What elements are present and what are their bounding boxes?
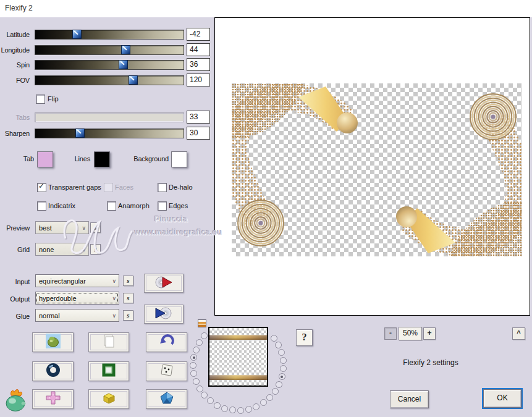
input-select-label: Input — [0, 278, 30, 285]
longitude-value[interactable]: 44 — [187, 43, 210, 56]
transparent-gaps-label: Transparent gaps — [48, 183, 101, 191]
sharpen-slider[interactable] — [35, 128, 184, 138]
grid-s-button[interactable]: s — [90, 244, 101, 255]
chevron-down-icon: ∨ — [112, 310, 116, 322]
preset-dial-dot[interactable] — [280, 357, 287, 364]
ring-icon — [46, 363, 61, 380]
glue-select-value: normal — [39, 312, 60, 319]
help-button[interactable]: ? — [296, 329, 313, 346]
preset-dial-dot[interactable] — [276, 381, 282, 388]
zoom-out-button[interactable]: - — [384, 327, 397, 340]
longitude-slider[interactable] — [35, 45, 184, 55]
input-select-value: equirectangular — [39, 277, 86, 285]
chevron-down-icon: ∨ — [112, 292, 116, 305]
glue-select-label: Glue — [0, 313, 30, 320]
ring-button[interactable] — [32, 361, 74, 381]
transparent-gaps-checkbox[interactable] — [37, 183, 46, 192]
fov-slider-thumb[interactable] — [129, 75, 138, 85]
frame-button[interactable] — [88, 361, 129, 381]
box-button[interactable] — [88, 389, 129, 409]
preview-s-button[interactable]: s — [90, 222, 101, 233]
crystal-button[interactable] — [146, 389, 187, 409]
copy-button[interactable] — [88, 332, 129, 352]
pink-cross-icon — [45, 390, 61, 408]
zoom-in-button[interactable]: + — [423, 327, 436, 340]
collapse-button[interactable]: ^ — [512, 327, 525, 340]
tabs-value[interactable]: 33 — [187, 111, 210, 124]
output-s-button[interactable]: s — [123, 293, 133, 303]
anamorph-label: Anamorph — [118, 202, 150, 209]
green-frame-icon — [102, 363, 116, 379]
preset-dial-dot[interactable] — [201, 332, 208, 339]
latitude-slider-thumb[interactable] — [72, 30, 82, 39]
glue-s-button[interactable]: s — [123, 310, 133, 321]
faces-checkbox — [104, 183, 113, 192]
preset-dial-dot[interactable] — [193, 347, 200, 353]
de-halo-label: De-halo — [169, 183, 193, 191]
spin-value[interactable]: 36 — [187, 58, 210, 71]
ok-button[interactable]: OK — [483, 389, 521, 408]
output-select[interactable]: hyperdouble ∨ — [35, 292, 119, 305]
fov-value[interactable]: 120 — [187, 74, 210, 86]
preset-dial-dot[interactable] — [193, 378, 200, 385]
latitude-value[interactable]: -42 — [187, 28, 210, 41]
preset-mini-icon[interactable] — [198, 319, 206, 327]
tiling-button[interactable] — [32, 389, 74, 409]
status-text: Flexify 2 settings — [369, 358, 492, 367]
input-s-button[interactable]: s — [123, 276, 133, 286]
random-button[interactable] — [146, 361, 187, 381]
undo-button[interactable] — [146, 332, 187, 352]
sharpen-slider-thumb[interactable] — [75, 128, 85, 138]
preset-dial-dot[interactable] — [214, 402, 221, 409]
dice-icon — [159, 363, 174, 380]
yellow-box-icon — [101, 391, 117, 407]
preview-select-value: best — [39, 224, 52, 232]
latitude-slider[interactable] — [35, 30, 184, 40]
latitude-label: Latitude — [0, 31, 30, 38]
spin-slider[interactable] — [35, 60, 184, 70]
indicatrix-checkbox[interactable] — [37, 201, 46, 211]
flip-checkbox[interactable] — [36, 95, 45, 104]
longitude-label: Longitude — [0, 46, 30, 54]
grid-select[interactable]: none ∨ — [35, 243, 89, 256]
preset-dial-dot[interactable] — [245, 406, 252, 413]
fov-slider[interactable] — [35, 75, 184, 85]
title-bar: Flexify 2 — [0, 0, 532, 17]
preset-thumbnail[interactable] — [208, 327, 268, 387]
preset-dial-dot[interactable] — [221, 405, 228, 412]
preset-dial-dot[interactable] — [279, 373, 285, 380]
glue-select[interactable]: normal ∨ — [35, 309, 119, 322]
lines-color-swatch[interactable] — [94, 151, 110, 167]
flaming-pear-logo-icon[interactable] — [2, 387, 30, 416]
edges-checkbox[interactable] — [158, 201, 167, 211]
preset-dial-dot[interactable] — [196, 339, 203, 346]
longitude-slider-thumb[interactable] — [121, 45, 130, 54]
preview-mode-button[interactable] — [32, 332, 74, 352]
spin-slider-thumb[interactable] — [119, 60, 128, 69]
lines-color-label: Lines — [62, 155, 90, 162]
load-settings-button[interactable] — [144, 305, 184, 324]
preset-dial-dot[interactable] — [196, 385, 203, 392]
grid-select-label: Grid — [0, 246, 30, 253]
background-color-swatch[interactable] — [171, 151, 187, 167]
output-select-label: Output — [0, 295, 30, 303]
tab-color-label: Tab — [3, 155, 34, 162]
copy-icon — [102, 334, 116, 351]
sharpen-value[interactable]: 30 — [187, 127, 210, 140]
preset-dial-dot[interactable] — [237, 407, 244, 414]
preset-dial-dot[interactable] — [272, 388, 279, 395]
thumbnail-stripe — [209, 375, 267, 380]
edges-label: Edges — [169, 202, 188, 209]
input-select[interactable]: equirectangular ∨ — [35, 274, 119, 287]
de-halo-checkbox[interactable] — [158, 183, 167, 192]
preview-select[interactable]: best ∨ — [35, 221, 89, 234]
indicatrix-label: Indicatrix — [48, 202, 75, 209]
tab-color-swatch[interactable] — [37, 151, 53, 167]
save-settings-button[interactable] — [144, 274, 184, 293]
tabs-label: Tabs — [0, 114, 30, 121]
chevron-down-icon: ∨ — [82, 243, 86, 256]
blue-pentagon-icon — [159, 391, 174, 407]
sharpen-label: Sharpen — [0, 130, 30, 137]
cancel-button[interactable]: Cancel — [390, 390, 429, 408]
anamorph-checkbox[interactable] — [107, 201, 116, 211]
